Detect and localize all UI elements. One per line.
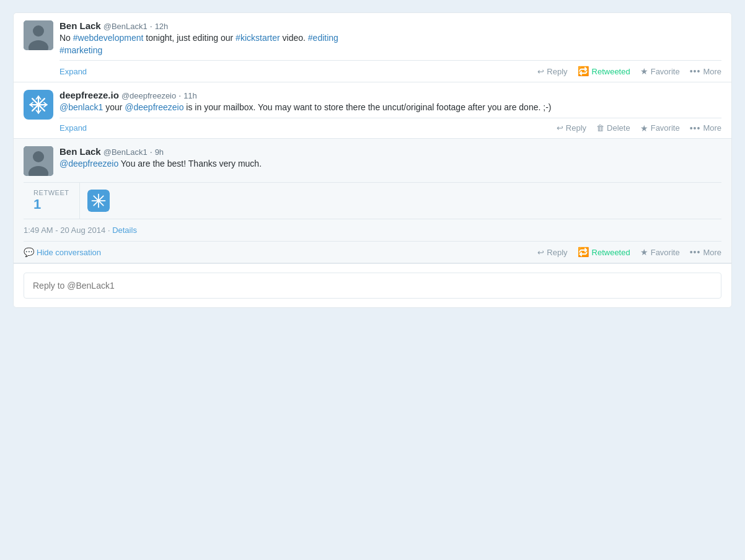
tweet-container: Ben Lack @BenLack1 · 12h No #webdevelopm… [13,12,732,308]
reply-btn-2[interactable]: ↩ Reply [557,123,586,133]
reply-icon-3: ↩ [537,248,544,257]
retweet-count-section: RETWEET 1 [24,182,721,219]
retweet-avatars [80,183,117,219]
tweet-3: Ben Lack @BenLack1 · 9h @deepfreezeio Yo… [14,139,731,263]
retweet-icon-1: 🔁 [578,66,589,77]
details-link[interactable]: Details [112,225,137,235]
tweet-time-1: 12h [155,22,169,31]
tweet-2: deepfreeze.io @deepfreezeio · 11h @benla… [14,82,731,139]
svg-point-1 [33,25,44,37]
tweet-text-1: No #webdevelopment tonight, just editing… [60,32,721,56]
trash-icon-2: 🗑 [596,123,604,133]
star-icon-2: ★ [640,123,648,133]
retweet-count-box: RETWEET 1 [24,183,80,219]
more-btn-2[interactable]: ••• More [690,123,721,133]
tweet-text-2: @benlack1 your @deepfreezeio is in your … [60,102,721,114]
favorite-btn-2[interactable]: ★ Favorite [640,123,680,133]
user-handle-1: @BenLack1 [104,22,148,31]
user-name-1: Ben Lack [60,20,101,31]
timestamp-section: 1:49 AM - 20 Aug 2014 · Details [24,219,721,242]
more-icon-1: ••• [690,66,701,76]
retweet-btn-1[interactable]: 🔁 Retweeted [578,66,630,77]
reply-icon-1: ↩ [537,67,544,76]
more-btn-1[interactable]: ••• More [690,66,721,76]
svg-point-17 [33,151,44,162]
delete-btn-2[interactable]: 🗑 Delete [596,123,630,133]
tweet-time-2: 11h [183,91,197,100]
retweet-number: 1 [33,196,69,212]
tweet-actions-1: Expand ↩ Reply 🔁 Retweeted ★ Favorite [60,60,721,82]
tweet-1: Ben Lack @BenLack1 · 12h No #webdevelopm… [14,13,731,82]
reply-btn-1[interactable]: ↩ Reply [537,67,567,76]
star-icon-3: ★ [640,247,648,257]
hashtag-editing[interactable]: #editing [308,33,338,43]
favorite-btn-1[interactable]: ★ Favorite [640,66,680,76]
mention-deepfreezeio-2[interactable]: @deepfreezeio [60,159,118,168]
user-handle-3: @BenLack1 [104,147,148,157]
retweet-icon-3: 🔁 [578,247,589,258]
tweet-actions-3-row: 💬 Hide conversation ↩ Reply 🔁 Retweeted … [24,242,721,263]
reply-icon-2: ↩ [557,123,563,133]
reply-input[interactable] [24,273,721,299]
mention-benlack1[interactable]: @benlack1 [60,102,103,112]
favorite-btn-3[interactable]: ★ Favorite [640,247,680,257]
retweet-label: RETWEET [33,189,69,196]
hashtag-webdevelopment[interactable]: #webdevelopment [73,33,144,43]
retweet-btn-3[interactable]: 🔁 Retweeted [578,247,630,258]
star-icon-1: ★ [640,66,648,76]
tweet-actions-2: Expand ↩ Reply 🗑 Delete ★ Favorite [60,118,721,138]
more-icon-2: ••• [690,123,701,133]
retweeter-avatar[interactable] [87,190,110,212]
avatar-1[interactable] [24,20,53,50]
mention-deepfreezeio[interactable]: @deepfreezeio [125,102,183,112]
reply-input-section [14,263,731,307]
hashtag-kickstarter[interactable]: #kickstarter [236,33,280,43]
more-icon-3: ••• [690,247,701,257]
hide-conversation-btn[interactable]: 💬 Hide conversation [24,247,101,257]
hashtag-marketing[interactable]: #marketing [60,45,102,55]
timestamp: 1:49 AM - 20 Aug 2014 [24,225,105,235]
expand-link-1[interactable]: Expand [60,67,87,76]
user-handle-2: @deepfreezeio [121,91,176,100]
reply-btn-3[interactable]: ↩ Reply [537,248,567,257]
avatar-3[interactable] [24,146,53,176]
tweet-time-3: 9h [155,147,164,157]
expand-link-2[interactable]: Expand [60,123,87,133]
user-name-2: deepfreeze.io [60,90,119,100]
bubble-icon: 💬 [24,247,34,257]
more-btn-3[interactable]: ••• More [690,247,721,257]
tweet-text-3: @deepfreezeio You are the best! Thanks v… [60,158,721,170]
avatar-2[interactable] [24,90,53,120]
user-name-3: Ben Lack [60,146,101,157]
